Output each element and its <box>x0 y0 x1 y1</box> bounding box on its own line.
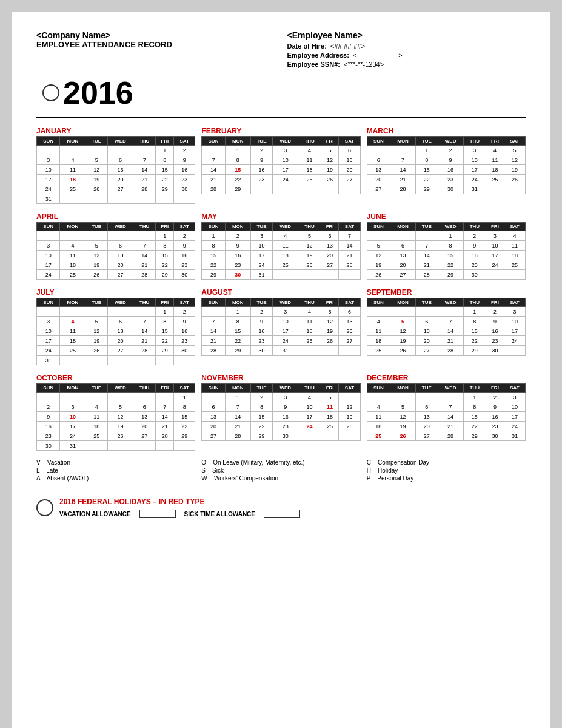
calendar-day: 24 <box>486 260 504 270</box>
calendar-table: SUNMONTUEWEDTHUFRISAT1234567891011121314… <box>36 136 195 204</box>
calendar-day: 20 <box>107 260 133 270</box>
calendar-day: 10 <box>273 155 298 165</box>
legend-item: C – Compensation Day <box>367 459 526 466</box>
calendar-day <box>298 346 321 356</box>
calendar-day: 6 <box>202 402 225 412</box>
table-row: 3456789 <box>37 241 195 251</box>
day-header: THU <box>298 223 321 231</box>
calendar-day: 9 <box>486 317 504 326</box>
calendar-day: 31 <box>250 270 272 280</box>
calendar-day <box>133 307 156 317</box>
calendar-day <box>60 231 85 241</box>
calendar-day: 5 <box>367 241 390 251</box>
calendar-day: 27 <box>339 336 360 346</box>
calendar-day: 5 <box>321 393 339 402</box>
table-row: 22232425262728 <box>202 260 360 270</box>
calendar-day: 4 <box>367 402 390 412</box>
calendar-day: 19 <box>504 165 525 175</box>
calendar-day: 27 <box>416 431 438 441</box>
table-row: 12 <box>37 146 195 155</box>
calendar-day: 4 <box>298 393 321 402</box>
calendar-day: 5 <box>85 155 107 165</box>
day-header: WED <box>107 298 133 307</box>
calendar-day <box>107 231 133 241</box>
calendar-day: 27 <box>107 346 133 356</box>
calendar-day: 20 <box>390 260 415 270</box>
calendar-day <box>60 307 85 317</box>
calendar-day: 30 <box>225 270 250 280</box>
calendar-day: 20 <box>416 422 438 431</box>
calendar-day: 15 <box>416 165 438 175</box>
calendar-day: 7 <box>390 155 415 165</box>
calendar-day: 11 <box>367 326 390 336</box>
table-row: 12345 <box>202 393 360 402</box>
calendar-day: 29 <box>250 431 272 441</box>
calendar-day: 6 <box>133 402 156 412</box>
month-name: JUNE <box>367 212 526 221</box>
day-header: FRI <box>321 384 339 393</box>
calendar-day: 26 <box>504 175 525 184</box>
table-row: 891011121314 <box>202 241 360 251</box>
calendar-day: 1 <box>225 393 250 402</box>
vacation-box[interactable] <box>139 510 176 518</box>
calendar-day: 6 <box>367 155 390 165</box>
table-row: 19202122232425 <box>367 260 525 270</box>
calendar-day: 9 <box>273 402 298 412</box>
legend-col-2: O – On Leave (Military, Maternity, etc.)… <box>201 459 360 483</box>
calendar-day: 13 <box>416 412 438 422</box>
calendar-day: 31 <box>37 356 60 365</box>
sick-box[interactable] <box>264 510 300 518</box>
day-header: MON <box>390 384 415 393</box>
day-header: THU <box>133 384 156 393</box>
calendar-day: 24 <box>37 184 60 194</box>
calendar-day: 10 <box>250 241 272 251</box>
calendar-day: 30 <box>174 346 195 356</box>
table-row: 27282930 <box>202 431 360 441</box>
calendar-day: 16 <box>250 165 272 175</box>
calendar-day: 10 <box>273 317 298 326</box>
calendar-day: 5 <box>298 231 321 241</box>
calendar-day <box>390 146 415 155</box>
calendar-day: 10 <box>463 155 486 165</box>
header-left: <Company Name> EMPLOYEE ATTENDANCE RECOR… <box>36 30 275 70</box>
day-header: THU <box>298 298 321 307</box>
calendar-day: 13 <box>107 251 133 260</box>
calendar-day: 4 <box>85 402 107 412</box>
table-row: 21222324252627 <box>202 336 360 346</box>
calendar-day: 18 <box>321 412 339 422</box>
calendar-day: 29 <box>225 184 250 194</box>
calendar-day: 11 <box>367 412 390 422</box>
calendar-day: 22 <box>202 260 225 270</box>
calendar-day: 6 <box>107 155 133 165</box>
day-header: SAT <box>504 137 525 146</box>
calendar-day: 3 <box>250 231 272 241</box>
day-header: MON <box>225 384 250 393</box>
calendar-table: SUNMONTUEWEDTHUFRISAT1234567891011121314… <box>36 383 195 451</box>
day-header: TUE <box>85 223 107 231</box>
legend-section: V – VacationL – LateA – Absent (AWOL) O … <box>36 459 526 483</box>
calendar-day <box>156 441 174 451</box>
calendar-day: 17 <box>250 251 272 260</box>
calendar-day <box>250 184 272 194</box>
calendar-day: 24 <box>273 336 298 346</box>
day-header: WED <box>273 223 298 231</box>
calendar-day: 8 <box>463 402 486 412</box>
day-header: MON <box>60 384 85 393</box>
day-header: WED <box>438 384 463 393</box>
calendar-day: 29 <box>438 270 463 280</box>
calendar-day: 25 <box>504 260 525 270</box>
day-header: SUN <box>367 298 390 307</box>
day-header: WED <box>107 223 133 231</box>
month-name: OCTOBER <box>36 374 195 382</box>
month-name: SEPTEMBER <box>367 288 526 297</box>
calendar-day: 25 <box>60 270 85 280</box>
calendar-day: 3 <box>504 307 525 317</box>
calendar-day: 1 <box>463 307 486 317</box>
calendar-day: 26 <box>85 346 107 356</box>
calendar-day <box>321 270 339 280</box>
calendar-day: 12 <box>339 402 360 412</box>
calendar-day: 14 <box>133 165 156 175</box>
calendar-day: 4 <box>60 241 85 251</box>
calendar-day: 25 <box>273 260 298 270</box>
calendar-day: 16 <box>174 326 195 336</box>
